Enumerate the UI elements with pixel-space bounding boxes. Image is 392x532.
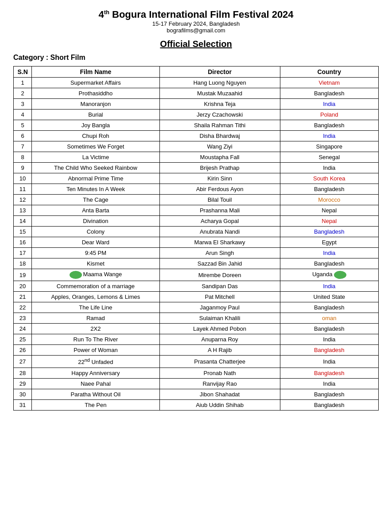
cell-director: Shaila Rahman Tithi <box>159 120 280 131</box>
cell-film: Naee Pahal <box>32 378 159 389</box>
cell-country: Singapore <box>280 141 379 152</box>
cell-sn: 3 <box>14 99 32 110</box>
table-row: 25Run To The RiverAnuparna RoyIndia <box>14 334 379 345</box>
cell-film: The Life Line <box>32 302 159 313</box>
cell-country: Bangladesh <box>280 302 379 313</box>
col-header-sn: S.N <box>14 66 32 78</box>
table-row: 22The Life LineJaganmoy PaulBangladesh <box>14 302 379 313</box>
cell-director: Pronab Nath <box>159 368 280 378</box>
table-header-row: S.N Film Name Director Country <box>14 66 379 78</box>
cell-film: The Child Who Seeked Rainbow <box>32 163 159 173</box>
cell-sn: 29 <box>14 378 32 389</box>
table-row: 5Joy BanglaShaila Rahman TithiBangladesh <box>14 120 379 131</box>
cell-country: Vietnam <box>280 78 379 88</box>
table-row: 13Anta BartaPrashanna MaliNepal <box>14 205 379 216</box>
cell-country: Senegal <box>280 152 379 163</box>
cell-film: Supermarket Affairs <box>32 78 159 88</box>
cell-film: Power of Woman <box>32 345 159 356</box>
cell-country: South Korea <box>280 173 379 184</box>
cell-director: Anubrata Nandi <box>159 227 280 237</box>
cell-film: Prothasiddho <box>32 88 159 99</box>
table-row: 179:45 PMArun SinghIndia <box>14 248 379 258</box>
cell-director: Bilal Touil <box>159 195 280 205</box>
table-row: 12The CageBilal TouilMorocco <box>14 195 379 205</box>
cell-sn: 24 <box>14 324 32 334</box>
cell-director: Disha Bhardwaj <box>159 131 280 141</box>
cell-film: Colony <box>32 227 159 237</box>
table-row: 2ProthasiddhoMustak MuzaahidBangladesh <box>14 88 379 99</box>
table-row: 1Supermarket AffairsHang Luong NguyenVie… <box>14 78 379 88</box>
cell-sn: 13 <box>14 205 32 216</box>
cell-sn: 4 <box>14 110 32 120</box>
cell-film: Chupi Roh <box>32 131 159 141</box>
cell-sn: 14 <box>14 216 32 227</box>
cell-country: Uganda <box>280 269 379 281</box>
table-row: 31The PenAiub Uddin ShihabBangladesh <box>14 399 379 410</box>
cell-country: Nepal <box>280 216 379 227</box>
cell-country: Bangladesh <box>280 184 379 195</box>
cell-film: Ramad <box>32 313 159 324</box>
table-row: 16Dear WardMarwa El SharkawyEgypt <box>14 237 379 248</box>
table-row: 242X2Layek Ahmed PobonBangladesh <box>14 324 379 334</box>
cell-director: Sulaiman Khalili <box>159 313 280 324</box>
cell-country: Bangladesh <box>280 399 379 410</box>
cell-film: Burial <box>32 110 159 120</box>
cell-country: Bangladesh <box>280 368 379 378</box>
cell-director: Jaganmoy Paul <box>159 302 280 313</box>
cell-film: Anta Barta <box>32 205 159 216</box>
category-label: Category : Short Film <box>13 54 379 62</box>
cell-film: Sometimes We Forget <box>32 141 159 152</box>
cell-sn: 6 <box>14 131 32 141</box>
cell-sn: 16 <box>14 237 32 248</box>
table-row: 14DivinationAcharya GopalNepal <box>14 216 379 227</box>
cell-country: Bangladesh <box>280 88 379 99</box>
cell-country: Bangladesh <box>280 345 379 356</box>
cell-director: Wang Ziyi <box>159 141 280 152</box>
cell-country: Morocco <box>280 195 379 205</box>
cell-film: Commemoration of a marriage <box>32 281 159 292</box>
festival-email: bografilms@gmail.com <box>13 27 379 34</box>
cell-director: Aiub Uddin Shihab <box>159 399 280 410</box>
cell-director: Pat Mitchell <box>159 292 280 302</box>
cell-country: India <box>280 378 379 389</box>
cell-director: Abir Ferdous Ayon <box>159 184 280 195</box>
cell-director: A H Rajib <box>159 345 280 356</box>
films-table: S.N Film Name Director Country 1Supermar… <box>13 66 379 410</box>
table-row: 20Commemoration of a marriageSandipan Da… <box>14 281 379 292</box>
table-row: 29Naee PahalRanvijay RaoIndia <box>14 378 379 389</box>
cell-country: Bangladesh <box>280 258 379 269</box>
cell-film: Divination <box>32 216 159 227</box>
table-row: 4BurialJerzy CzachowskiPoland <box>14 110 379 120</box>
cell-director: Jerzy Czachowski <box>159 110 280 120</box>
cell-director: Mirembe Doreen <box>159 269 280 281</box>
cell-director: Marwa El Sharkawy <box>159 237 280 248</box>
cell-sn: 9 <box>14 163 32 173</box>
cell-sn: 12 <box>14 195 32 205</box>
cell-director: Mustak Muzaahid <box>159 88 280 99</box>
cell-director: Hang Luong Nguyen <box>159 78 280 88</box>
cell-country: India <box>280 281 379 292</box>
cell-country: Poland <box>280 110 379 120</box>
cell-film: Dear Ward <box>32 237 159 248</box>
cell-director: Arun Singh <box>159 248 280 258</box>
cell-sn: 10 <box>14 173 32 184</box>
cell-film: Paratha Without Oil <box>32 389 159 399</box>
cell-sn: 7 <box>14 141 32 152</box>
cell-sn: 23 <box>14 313 32 324</box>
table-row: 19Maama WangeMirembe DoreenUganda <box>14 269 379 281</box>
cell-sn: 28 <box>14 368 32 378</box>
cell-film: Joy Bangla <box>32 120 159 131</box>
cell-country: oman <box>280 313 379 324</box>
table-row: 7Sometimes We ForgetWang ZiyiSingapore <box>14 141 379 152</box>
col-header-film: Film Name <box>32 66 159 78</box>
cell-director: Prasanta Chatterjee <box>159 356 280 368</box>
cell-film: 9:45 PM <box>32 248 159 258</box>
table-row: 6Chupi RohDisha BhardwajIndia <box>14 131 379 141</box>
cell-sn: 21 <box>14 292 32 302</box>
cell-country: United State <box>280 292 379 302</box>
cell-sn: 22 <box>14 302 32 313</box>
table-row: 11Ten Minutes In A WeekAbir Ferdous Ayon… <box>14 184 379 195</box>
cell-country: India <box>280 334 379 345</box>
cell-sn: 30 <box>14 389 32 399</box>
cell-director: Sandipan Das <box>159 281 280 292</box>
